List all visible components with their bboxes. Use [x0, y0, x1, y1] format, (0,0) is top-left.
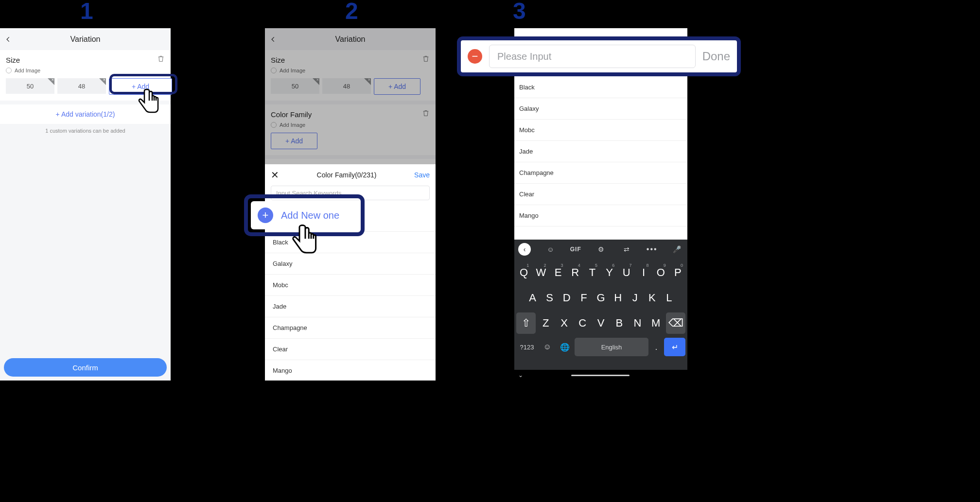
kb-row4: ?123 ☺ 🌐 English . ↵	[516, 338, 685, 356]
kb-key[interactable]: X	[556, 312, 573, 334]
kb-row1: Q1 W2 E3 R4 T5 Y6 U7 I8 O9 P0	[516, 262, 685, 283]
kb-key[interactable]: Q1	[516, 262, 531, 283]
list-item[interactable]: Clear	[265, 338, 436, 360]
kb-key[interactable]: A	[525, 287, 540, 309]
list-item[interactable]: Black	[514, 77, 687, 98]
kb-key[interactable]: N	[630, 312, 646, 334]
chip-remove-icon[interactable]	[99, 78, 106, 85]
size-chip-50[interactable]: 50	[6, 78, 54, 94]
kb-key[interactable]: Y6	[602, 262, 617, 283]
kb-shift-key[interactable]: ⇧	[516, 312, 536, 334]
chevron-down-icon[interactable]: ⌄	[518, 372, 523, 379]
kb-key[interactable]: L	[662, 287, 677, 309]
kb-key[interactable]: F	[576, 287, 591, 309]
kb-gif-button[interactable]: GIF	[570, 246, 581, 253]
kb-more-icon[interactable]: •••	[647, 245, 658, 254]
kb-key[interactable]: U7	[619, 262, 634, 283]
kb-key[interactable]: Z	[538, 312, 554, 334]
kb-key[interactable]: J	[628, 287, 643, 309]
kb-key[interactable]: R4	[568, 262, 583, 283]
step-number-2: 2	[345, 0, 358, 24]
sheet-title: Color Family(0/231)	[279, 171, 414, 179]
done-button[interactable]: Done	[702, 50, 730, 63]
add-image-toggle[interactable]: Add Image	[6, 68, 165, 73]
kb-key[interactable]: K	[645, 287, 660, 309]
kb-key[interactable]: E3	[550, 262, 565, 283]
radio-icon	[6, 68, 12, 73]
kb-key[interactable]: M	[648, 312, 664, 334]
list-item[interactable]: Black	[265, 231, 436, 253]
kb-period-key[interactable]: .	[650, 342, 662, 352]
section-title: Size	[6, 56, 20, 64]
kb-key[interactable]: D	[559, 287, 574, 309]
plus-icon: +	[274, 210, 289, 225]
kb-row3: ⇧ Z X C V B N M ⌫	[516, 312, 685, 334]
kb-key[interactable]: T5	[585, 262, 600, 283]
kb-enter-key[interactable]: ↵	[664, 338, 685, 356]
add-image-label: Add Image	[15, 68, 40, 73]
kb-key[interactable]: S	[542, 287, 557, 309]
screen-color-picker: Variation Size Add Image 50 48 + Add Col…	[265, 28, 436, 381]
kb-backspace-key[interactable]: ⌫	[666, 312, 685, 334]
remove-icon[interactable]: −	[468, 49, 482, 64]
add-size-button[interactable]: + Add	[109, 78, 172, 95]
step-number-1: 1	[80, 0, 93, 24]
list-item[interactable]: Champagne	[265, 317, 436, 338]
kb-emoji-key[interactable]: ☺	[540, 338, 555, 356]
kb-key[interactable]: H	[611, 287, 626, 309]
back-icon[interactable]	[4, 35, 13, 44]
kb-key[interactable]: O9	[653, 262, 668, 283]
kb-language-key[interactable]: 🌐	[557, 338, 573, 356]
kb-sticker-icon[interactable]: ☺	[544, 245, 557, 253]
add-new-row[interactable]: + Add New one	[265, 204, 436, 231]
kb-key[interactable]: P0	[670, 262, 685, 283]
kb-key[interactable]: W2	[533, 262, 548, 283]
search-input[interactable]: Input Search Keywords	[271, 186, 430, 200]
save-button[interactable]: Save	[414, 171, 430, 179]
color-option-list: Black Galaxy Mobc Jade Champagne Clear M…	[265, 231, 436, 381]
list-item[interactable]: Galaxy	[514, 98, 687, 120]
kb-translate-icon[interactable]: ⇄	[620, 245, 633, 253]
list-item[interactable]: Mango	[265, 360, 436, 381]
kb-settings-icon[interactable]: ⚙	[595, 245, 607, 253]
header: Variation	[0, 28, 171, 50]
kb-key[interactable]: G	[593, 287, 608, 309]
list-item[interactable]: Galaxy	[265, 253, 436, 274]
modal-backdrop	[265, 28, 436, 164]
kb-mode-key[interactable]: ?123	[516, 338, 538, 356]
soft-keyboard: ‹ ☺ GIF ⚙ ⇄ ••• 🎤 Q1 W2 E3 R4 T5 Y6 U7 I…	[514, 240, 687, 370]
kb-row2: A S D F G H J K L	[516, 287, 685, 309]
list-item[interactable]: Champagne	[514, 162, 687, 184]
kb-collapse-icon[interactable]: ‹	[518, 243, 531, 256]
nav-bar: ⌄	[514, 370, 687, 381]
size-chip-48[interactable]: 48	[57, 78, 106, 94]
screen-input-keyboard: Black Galaxy Mobc Jade Champagne Clear M…	[514, 28, 687, 381]
chip-remove-icon[interactable]	[48, 78, 54, 85]
size-section: Size Add Image 50 48 + Add	[0, 50, 171, 101]
close-icon[interactable]: ✕	[271, 169, 279, 181]
color-option-list: Black Galaxy Mobc Jade Champagne Clear M…	[514, 77, 687, 240]
hint-text: 1 custom variations can be added	[0, 128, 171, 134]
confirm-button[interactable]: Confirm	[4, 358, 167, 377]
page-title: Variation	[0, 35, 171, 44]
list-item[interactable]: Jade	[514, 141, 687, 162]
kb-key[interactable]: I8	[636, 262, 651, 283]
list-item[interactable]: Mobc	[265, 274, 436, 295]
screen-variation-initial: Variation Size Add Image 50 48 + Add + A…	[0, 28, 171, 381]
delete-icon[interactable]	[157, 55, 165, 65]
add-new-label: Add New one	[296, 212, 354, 224]
kb-mic-icon[interactable]: 🎤	[671, 245, 683, 253]
list-item[interactable]: Clear	[514, 184, 687, 205]
kb-key[interactable]: B	[611, 312, 628, 334]
color-family-sheet: ✕ Color Family(0/231) Save Input Search …	[265, 164, 436, 381]
home-indicator[interactable]	[571, 375, 630, 376]
list-item[interactable]: Mobc	[514, 120, 687, 141]
list-item[interactable]: Jade	[265, 295, 436, 317]
kb-spacebar[interactable]: English	[575, 338, 648, 356]
kb-key[interactable]: V	[593, 312, 609, 334]
add-variation-button[interactable]: + Add variation(1/2)	[0, 104, 171, 124]
step-number-3: 3	[513, 0, 526, 24]
list-item[interactable]: Mango	[514, 205, 687, 226]
kb-key[interactable]: C	[574, 312, 591, 334]
